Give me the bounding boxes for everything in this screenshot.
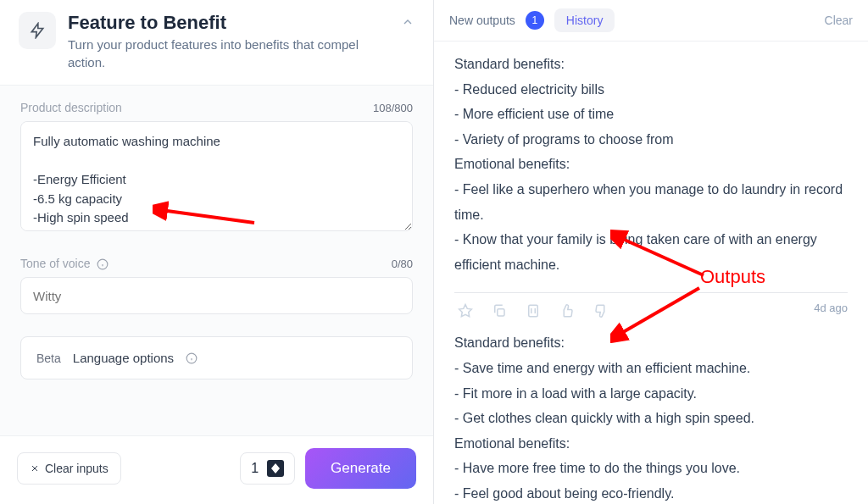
new-outputs-badge: 1 [526,11,544,30]
tool-subtitle: Turn your product features into benefits… [68,36,386,71]
delete-icon[interactable] [526,303,541,318]
form-footer: Clear inputs 1 Generate [0,435,433,504]
beta-tag: Beta [36,352,61,365]
star-icon[interactable] [458,303,473,318]
output-count-value: 1 [251,461,259,476]
output-block: Standard benefits: - Save time and energ… [454,320,848,504]
copy-icon[interactable] [492,303,507,318]
outputs-container: Standard benefits: - Reduced electricity… [434,42,868,504]
output-line: - Reduced electricity bills [454,77,848,102]
language-options-label: Language options [73,351,174,365]
generate-button[interactable]: Generate [305,448,416,489]
product-desc-label: Product description [20,101,122,114]
output-line: Emotional benefits: [454,431,848,457]
clear-inputs-button[interactable]: Clear inputs [17,452,121,485]
clear-outputs-button[interactable]: Clear [825,14,853,27]
output-line: - Have more free time to do the things y… [454,456,848,481]
output-line: Emotional benefits: [454,152,848,177]
product-desc-counter: 108/800 [373,102,413,114]
output-line: - Variety of programs to choose from [454,127,848,152]
left-panel: Feature to Benefit Turn your product fea… [0,0,434,504]
tool-icon-box [19,12,56,49]
info-icon [186,352,198,364]
tab-new-outputs[interactable]: New outputs [449,10,515,30]
product-desc-input[interactable] [20,121,413,231]
output-line: - More efficient use of time [454,102,848,127]
output-line: - Feel good about being eco-friendly. [454,481,848,504]
tool-header: Feature to Benefit Turn your product fea… [0,0,433,86]
close-icon [30,463,40,474]
output-line: - Fit more in a load with a large capaci… [454,381,848,407]
info-icon [97,258,108,270]
output-line: Standard benefits: [454,52,848,77]
output-divider-row: 4d ago [454,292,848,320]
output-count-stepper[interactable]: 1 [240,452,295,485]
thumbs-up-icon[interactable] [559,303,575,318]
svg-marker-9 [271,468,280,474]
tool-title: Feature to Benefit [68,12,386,34]
svg-rect-11 [498,309,504,316]
collapse-button[interactable] [398,12,418,32]
tabs-row: New outputs 1 History Clear [434,0,868,42]
tone-label: Tone of voice [20,257,108,270]
language-options-row[interactable]: Beta Language options [20,336,413,379]
output-line: - Save time and energy with an efficient… [454,356,848,381]
thumbs-down-icon[interactable] [593,303,609,318]
svg-marker-10 [459,305,472,317]
output-line: - Feel like a superhero when you manage … [454,177,848,227]
stepper-icon[interactable] [267,460,284,477]
right-panel: New outputs 1 History Clear Standard ben… [434,0,868,504]
output-block: Standard benefits: - Reduced electricity… [454,42,848,292]
form-body: Product description 108/800 Tone of voic… [0,86,433,435]
bolt-icon [29,22,46,39]
chevron-up-icon [401,15,415,29]
svg-rect-12 [529,306,538,318]
tone-counter: 0/80 [392,258,413,270]
output-line: - Know that your family is being taken c… [454,227,848,277]
output-line: - Get clothes clean quickly with a high … [454,406,848,431]
output-line: Standard benefits: [454,330,848,356]
output-timestamp: 4d ago [814,302,848,314]
tab-history[interactable]: History [554,8,615,32]
tone-input[interactable] [20,277,413,314]
